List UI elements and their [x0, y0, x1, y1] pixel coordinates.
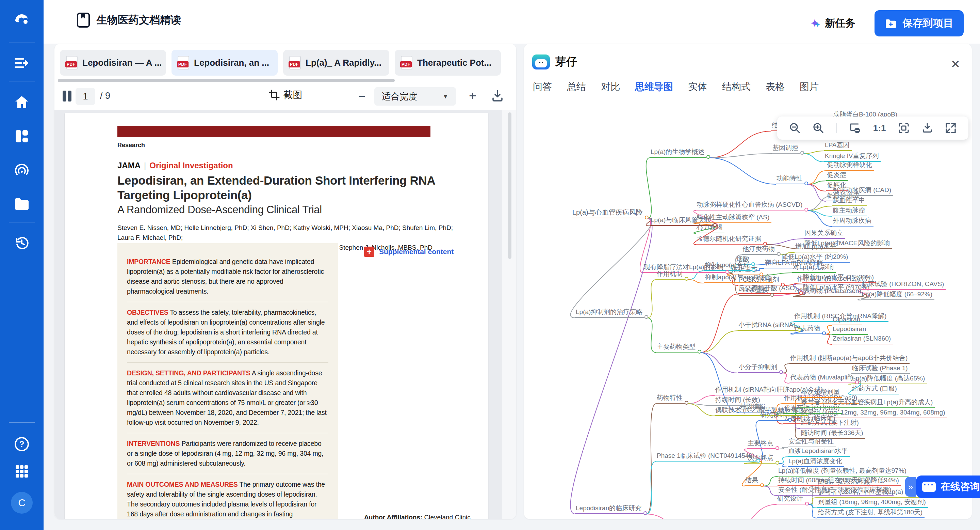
mindmap-canvas[interactable]: Lp(a)与心血管疾病风险Lp(a)的生物学概述结构与形成载脂蛋白B-100 (…: [524, 100, 972, 519]
mindmap-junction[interactable]: [760, 483, 764, 487]
tab-images[interactable]: 图片: [799, 80, 819, 102]
mindmap-node[interactable]: 主要药物类型: [656, 343, 698, 353]
mindmap-node[interactable]: 持续时间 (长效): [714, 396, 762, 405]
mindmap-node[interactable]: 给药方式 (皮下注射): [800, 418, 861, 428]
mindmap-node[interactable]: Olpasiran: [832, 315, 862, 325]
folder-icon[interactable]: [0, 197, 43, 211]
mindmap-junction[interactable]: [804, 182, 808, 185]
mindmap-junction[interactable]: [685, 277, 688, 281]
mindmap-node[interactable]: Lp(a)降低幅度 (剂量依赖性, 最高剂量达97%): [778, 467, 908, 477]
mindmap-junction[interactable]: [800, 151, 804, 155]
mindmap-junction[interactable]: [713, 223, 717, 227]
mindmap-node[interactable]: 增加Lp(a)水平: [795, 243, 838, 252]
mindmap-junction[interactable]: [751, 262, 755, 266]
screenshot-button[interactable]: 截图: [269, 89, 302, 102]
mindmap-node[interactable]: 给药方式 (皮下注射, 基线和第180天): [817, 508, 924, 518]
pdf-tab[interactable]: PDFTherapeutic Pot...: [395, 50, 501, 76]
tab-summary[interactable]: 总结: [566, 80, 587, 102]
mindmap-junction[interactable]: [643, 511, 647, 515]
mindmap-node[interactable]: 研究设计: [759, 411, 788, 421]
mindmap-node[interactable]: 小分子抑制剂: [738, 363, 779, 373]
mindmap-junction[interactable]: [645, 216, 649, 219]
tab-entities[interactable]: 实体: [687, 80, 708, 102]
mindmap-node[interactable]: Kringle IV重复序列: [824, 152, 881, 162]
pdf-tab[interactable]: PDFLepodisiran — A ...: [60, 50, 166, 76]
mindmap-node[interactable]: Lp(a)抑制剂的治疗策略: [575, 308, 644, 318]
zoom-out-button[interactable]: −: [358, 89, 366, 104]
mindmap-collapse-nodes-icon[interactable]: [849, 122, 861, 134]
online-consult-button[interactable]: 在线咨询: [916, 476, 980, 498]
avatar[interactable]: C: [11, 492, 33, 514]
mindmap-node[interactable]: 结果: [745, 476, 760, 486]
tab-tables[interactable]: 表格: [765, 80, 785, 102]
mindmap-junction[interactable]: [788, 418, 792, 422]
mindmap-junction[interactable]: [752, 268, 756, 272]
mindmap-scale-1-1[interactable]: 1:1: [873, 123, 886, 134]
mindmap-node[interactable]: Phase 1临床试验 (NCT04914546): [656, 452, 756, 461]
mindmap-node[interactable]: 基因调控: [772, 144, 800, 153]
mindmap-junction[interactable]: [725, 270, 729, 274]
mindmap-node[interactable]: 动脉粥样硬化性心血管疾病 (ASCVD): [696, 201, 804, 211]
mindmap-node[interactable]: 腹主动脉瘤: [832, 206, 867, 216]
mindmap-junction[interactable]: [777, 252, 781, 256]
mindmap-fullscreen-icon[interactable]: [945, 122, 956, 134]
mindmap-node[interactable]: 他汀类药物: [742, 245, 777, 255]
mindmap-junction[interactable]: [644, 315, 648, 319]
zoom-mode-select[interactable]: 适合宽度▼: [374, 87, 456, 105]
mindmap-junction[interactable]: [759, 273, 763, 276]
mindmap-junction[interactable]: [855, 380, 859, 384]
mindmap-node[interactable]: 代表药物 (Muvalaplin): [789, 373, 855, 383]
mindmap-node[interactable]: 血浆Lepodisiran水平: [788, 447, 850, 457]
mindmap-node[interactable]: Lp(a)的生物学概述: [650, 148, 706, 158]
help-icon[interactable]: ?: [0, 436, 43, 452]
mindmap-node[interactable]: 剂量组 (16mg, 96mg, 400mg, 安慰剂): [817, 498, 928, 508]
mindmap-node[interactable]: 随机、安慰剂对照: [817, 477, 872, 487]
mindmap-node[interactable]: 外周动脉疾病: [832, 217, 873, 227]
mindmap-node[interactable]: 剂量组 (4mg, 12mg, 32mg, 96mg, 304mg, 608mg…: [800, 409, 947, 418]
mindmap-node[interactable]: Lepodisiran: [832, 325, 868, 335]
mindmap-junction[interactable]: [781, 283, 785, 286]
save-to-project-button[interactable]: 保存到项目: [875, 10, 964, 37]
download-pdf-icon[interactable]: [491, 89, 504, 104]
pdf-scrollbar-thumb[interactable]: [508, 112, 511, 259]
new-task-button[interactable]: ✦✦ 新任务: [811, 16, 856, 30]
mindmap-junction[interactable]: [805, 502, 809, 506]
mindmap-node[interactable]: 抑制apo(a)合成: [705, 261, 752, 271]
mindmap-junction[interactable]: [799, 291, 803, 295]
mindmap-junction[interactable]: [770, 293, 774, 297]
mindmap-junction[interactable]: [804, 208, 808, 212]
tab-compare[interactable]: 对比: [600, 80, 620, 102]
mindmap-junction[interactable]: [685, 401, 688, 405]
mindmap-junction[interactable]: [763, 242, 767, 246]
mindmap-node[interactable]: 临床试验 (Phase 1): [851, 364, 910, 374]
zoom-in-button[interactable]: +: [469, 89, 476, 103]
mindmap-node[interactable]: 促动脉粥样硬化: [826, 161, 874, 171]
mindmap-junction[interactable]: [756, 459, 760, 463]
mindmap-node[interactable]: 临床试验 (HORIZON, CAVS): [861, 280, 946, 290]
mindmap-node[interactable]: 作用机制: [656, 270, 685, 279]
mindmap-zoom-out-icon[interactable]: [789, 122, 801, 134]
mindmap-node[interactable]: 药物特性: [656, 394, 685, 404]
mindmap-node[interactable]: Lepodisiran的临床研究: [575, 504, 643, 514]
mindmap-node[interactable]: 靶向LPA mRNA降解: [764, 259, 825, 268]
mindmap-zoom-in-icon[interactable]: [813, 122, 824, 134]
radar-icon[interactable]: [0, 163, 43, 179]
mindmap-node[interactable]: 因果关系确立: [804, 229, 845, 239]
mindmap-node[interactable]: 参与者 (48名无心血管疾病且Lp(a)升高的成人): [800, 398, 935, 408]
mindmap-node[interactable]: 给药方式 (口服): [851, 385, 899, 394]
mindmap-fit-screen-icon[interactable]: [898, 122, 910, 134]
mindmap-node[interactable]: 缺血性卒中: [832, 196, 867, 206]
mindmap-node[interactable]: 冠状动脉疾病 (CAD): [832, 186, 893, 196]
history-icon[interactable]: [0, 235, 43, 251]
dashboard-icon[interactable]: [0, 129, 43, 144]
tab-strip-scrollbar[interactable]: [58, 79, 395, 82]
mindmap-node[interactable]: Lp(a)降低幅度 (66–92%): [861, 290, 934, 300]
mindmap-node[interactable]: Zerlasiran (SLN360): [832, 334, 893, 344]
supplemental-content-link[interactable]: + Supplemental content: [364, 247, 453, 257]
mindmap-junction[interactable]: [775, 446, 779, 450]
tab-mindmap[interactable]: 思维导图: [634, 80, 674, 102]
mindmap-node[interactable]: 次要终点: [747, 454, 775, 464]
mindmap-junction[interactable]: [768, 410, 772, 413]
mindmap-node[interactable]: 安全性与耐受性: [788, 437, 836, 447]
mindmap-node[interactable]: LPA基因: [824, 141, 852, 151]
